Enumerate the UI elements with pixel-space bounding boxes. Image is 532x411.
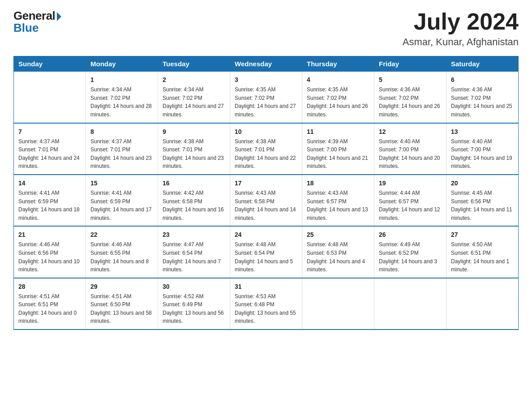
day-number: 2	[163, 75, 225, 85]
day-detail: Sunrise: 4:43 AMSunset: 6:57 PMDaylight:…	[307, 189, 369, 222]
column-header-thursday: Thursday	[302, 56, 374, 72]
day-detail: Sunrise: 4:42 AMSunset: 6:58 PMDaylight:…	[163, 189, 225, 222]
day-detail: Sunrise: 4:36 AMSunset: 7:02 PMDaylight:…	[451, 86, 514, 119]
day-detail: Sunrise: 4:38 AMSunset: 7:01 PMDaylight:…	[235, 137, 297, 171]
day-number: 4	[307, 75, 369, 85]
column-header-sunday: Sunday	[14, 56, 86, 72]
calendar-cell: 2Sunrise: 4:34 AMSunset: 7:02 PMDaylight…	[158, 72, 230, 123]
calendar-cell: 6Sunrise: 4:36 AMSunset: 7:02 PMDaylight…	[446, 72, 519, 123]
day-detail: Sunrise: 4:34 AMSunset: 7:02 PMDaylight:…	[90, 86, 153, 119]
calendar-cell: 16Sunrise: 4:42 AMSunset: 6:58 PMDayligh…	[158, 175, 230, 226]
day-number: 17	[235, 179, 297, 188]
day-number: 23	[163, 230, 225, 240]
day-detail: Sunrise: 4:40 AMSunset: 7:00 PMDaylight:…	[451, 137, 514, 171]
calendar-cell: 30Sunrise: 4:52 AMSunset: 6:49 PMDayligh…	[158, 278, 230, 330]
day-number: 31	[235, 282, 297, 291]
day-number: 16	[163, 179, 225, 188]
day-detail: Sunrise: 4:36 AMSunset: 7:02 PMDaylight:…	[379, 86, 442, 119]
calendar-cell: 21Sunrise: 4:46 AMSunset: 6:56 PMDayligh…	[14, 226, 86, 278]
calendar-cell: 19Sunrise: 4:44 AMSunset: 6:57 PMDayligh…	[374, 175, 446, 226]
column-header-wednesday: Wednesday	[230, 56, 302, 72]
calendar-week-row: 21Sunrise: 4:46 AMSunset: 6:56 PMDayligh…	[14, 226, 519, 278]
day-number: 13	[451, 127, 514, 137]
title-block: July 2024 Asmar, Kunar, Afghanistan	[403, 9, 519, 48]
calendar-cell: 10Sunrise: 4:38 AMSunset: 7:01 PMDayligh…	[230, 123, 302, 175]
calendar-cell: 4Sunrise: 4:35 AMSunset: 7:02 PMDaylight…	[302, 72, 374, 123]
day-detail: Sunrise: 4:46 AMSunset: 6:55 PMDaylight:…	[90, 240, 153, 274]
calendar-header-row: SundayMondayTuesdayWednesdayThursdayFrid…	[14, 56, 519, 72]
calendar-cell	[302, 278, 374, 330]
calendar-cell: 9Sunrise: 4:38 AMSunset: 7:01 PMDaylight…	[158, 123, 230, 175]
calendar-cell	[446, 278, 519, 330]
calendar-cell: 12Sunrise: 4:40 AMSunset: 7:00 PMDayligh…	[374, 123, 446, 175]
calendar-cell: 23Sunrise: 4:47 AMSunset: 6:54 PMDayligh…	[158, 226, 230, 278]
day-detail: Sunrise: 4:51 AMSunset: 6:50 PMDaylight:…	[90, 292, 153, 325]
calendar-week-row: 1Sunrise: 4:34 AMSunset: 7:02 PMDaylight…	[14, 72, 519, 123]
calendar-location: Asmar, Kunar, Afghanistan	[403, 36, 519, 48]
day-number: 29	[90, 282, 153, 291]
day-detail: Sunrise: 4:49 AMSunset: 6:52 PMDaylight:…	[379, 240, 442, 274]
calendar-cell: 29Sunrise: 4:51 AMSunset: 6:50 PMDayligh…	[86, 278, 158, 330]
day-detail: Sunrise: 4:45 AMSunset: 6:56 PMDaylight:…	[451, 189, 514, 222]
day-number: 9	[163, 127, 225, 137]
day-detail: Sunrise: 4:51 AMSunset: 6:51 PMDaylight:…	[18, 292, 81, 325]
day-detail: Sunrise: 4:37 AMSunset: 7:01 PMDaylight:…	[18, 137, 81, 171]
calendar-cell: 1Sunrise: 4:34 AMSunset: 7:02 PMDaylight…	[86, 72, 158, 123]
page-header: General Blue July 2024 Asmar, Kunar, Afg…	[13, 9, 519, 48]
day-detail: Sunrise: 4:40 AMSunset: 7:00 PMDaylight:…	[379, 137, 442, 171]
day-detail: Sunrise: 4:39 AMSunset: 7:00 PMDaylight:…	[307, 137, 369, 171]
logo-arrow-icon	[57, 12, 61, 21]
calendar-cell: 24Sunrise: 4:48 AMSunset: 6:54 PMDayligh…	[230, 226, 302, 278]
day-detail: Sunrise: 4:50 AMSunset: 6:51 PMDaylight:…	[451, 240, 514, 274]
day-detail: Sunrise: 4:44 AMSunset: 6:57 PMDaylight:…	[379, 189, 442, 222]
day-detail: Sunrise: 4:37 AMSunset: 7:01 PMDaylight:…	[90, 137, 153, 171]
day-number: 6	[451, 75, 514, 85]
day-number: 11	[307, 127, 369, 137]
day-number: 26	[379, 230, 442, 240]
day-detail: Sunrise: 4:35 AMSunset: 7:02 PMDaylight:…	[235, 86, 297, 119]
day-number: 10	[235, 127, 297, 137]
calendar-week-row: 28Sunrise: 4:51 AMSunset: 6:51 PMDayligh…	[14, 278, 519, 330]
day-number: 7	[18, 127, 81, 137]
day-detail: Sunrise: 4:41 AMSunset: 6:59 PMDaylight:…	[18, 189, 81, 222]
logo: General Blue	[13, 9, 61, 35]
day-number: 27	[451, 230, 514, 240]
day-detail: Sunrise: 4:38 AMSunset: 7:01 PMDaylight:…	[163, 137, 225, 171]
day-number: 24	[235, 230, 297, 240]
calendar-cell	[374, 278, 446, 330]
calendar-title: July 2024	[403, 9, 519, 34]
calendar-cell: 18Sunrise: 4:43 AMSunset: 6:57 PMDayligh…	[302, 175, 374, 226]
day-number: 1	[90, 75, 153, 85]
calendar-cell: 28Sunrise: 4:51 AMSunset: 6:51 PMDayligh…	[14, 278, 86, 330]
day-number: 8	[90, 127, 153, 137]
day-number: 22	[90, 230, 153, 240]
day-detail: Sunrise: 4:46 AMSunset: 6:56 PMDaylight:…	[18, 240, 81, 274]
calendar-cell: 7Sunrise: 4:37 AMSunset: 7:01 PMDaylight…	[14, 123, 86, 175]
calendar-cell: 13Sunrise: 4:40 AMSunset: 7:00 PMDayligh…	[446, 123, 519, 175]
day-number: 30	[163, 282, 225, 291]
day-detail: Sunrise: 4:35 AMSunset: 7:02 PMDaylight:…	[307, 86, 369, 119]
day-number: 25	[307, 230, 369, 240]
calendar-cell: 17Sunrise: 4:43 AMSunset: 6:58 PMDayligh…	[230, 175, 302, 226]
day-detail: Sunrise: 4:53 AMSunset: 6:48 PMDaylight:…	[235, 292, 297, 325]
logo-blue-text: Blue	[13, 21, 39, 35]
calendar-cell: 14Sunrise: 4:41 AMSunset: 6:59 PMDayligh…	[14, 175, 86, 226]
day-detail: Sunrise: 4:47 AMSunset: 6:54 PMDaylight:…	[163, 240, 225, 274]
calendar-cell: 15Sunrise: 4:41 AMSunset: 6:59 PMDayligh…	[86, 175, 158, 226]
calendar-cell	[14, 72, 86, 123]
calendar-cell: 11Sunrise: 4:39 AMSunset: 7:00 PMDayligh…	[302, 123, 374, 175]
day-number: 28	[18, 282, 81, 291]
calendar-table: SundayMondayTuesdayWednesdayThursdayFrid…	[13, 56, 519, 330]
column-header-monday: Monday	[86, 56, 158, 72]
day-detail: Sunrise: 4:41 AMSunset: 6:59 PMDaylight:…	[90, 189, 153, 222]
day-number: 18	[307, 179, 369, 188]
calendar-week-row: 14Sunrise: 4:41 AMSunset: 6:59 PMDayligh…	[14, 175, 519, 226]
day-detail: Sunrise: 4:34 AMSunset: 7:02 PMDaylight:…	[163, 86, 225, 119]
day-detail: Sunrise: 4:52 AMSunset: 6:49 PMDaylight:…	[163, 292, 225, 325]
day-number: 12	[379, 127, 442, 137]
calendar-cell: 8Sunrise: 4:37 AMSunset: 7:01 PMDaylight…	[86, 123, 158, 175]
calendar-cell: 25Sunrise: 4:48 AMSunset: 6:53 PMDayligh…	[302, 226, 374, 278]
calendar-cell: 31Sunrise: 4:53 AMSunset: 6:48 PMDayligh…	[230, 278, 302, 330]
calendar-cell: 26Sunrise: 4:49 AMSunset: 6:52 PMDayligh…	[374, 226, 446, 278]
calendar-cell: 22Sunrise: 4:46 AMSunset: 6:55 PMDayligh…	[86, 226, 158, 278]
